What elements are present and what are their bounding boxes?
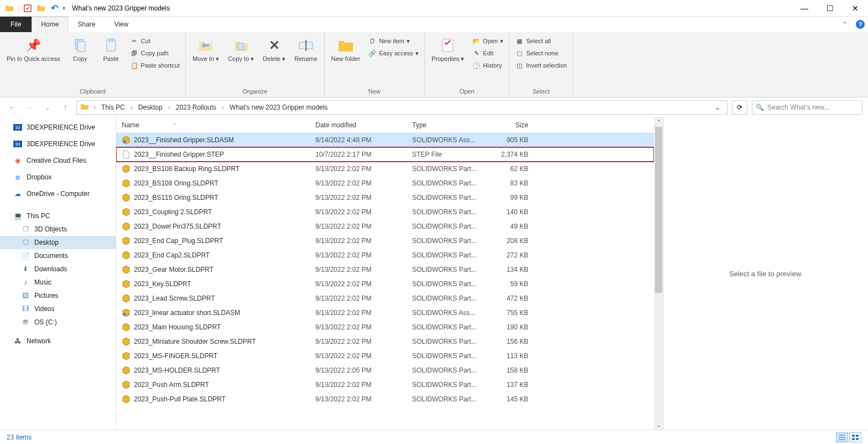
file-list[interactable]: Name⌃ Date modified Type Size 2023__Fini… [116, 117, 654, 430]
paste-shortcut-button[interactable]: 📋Paste shortcut [128, 60, 182, 71]
file-row[interactable]: 2023_Gear Motor.SLDPRT 9/13/2022 2:02 PM… [116, 262, 654, 277]
up-button[interactable]: ↑ [59, 101, 72, 114]
chevron-right-icon[interactable]: › [166, 104, 173, 111]
breadcrumb-item[interactable]: 2023 Rollouts [175, 104, 217, 111]
file-row[interactable]: 2023_Miniature Shoulder Screw.SLDPRT 9/1… [116, 334, 654, 349]
navitem[interactable]: 3D3DEXPERIENCE Drive [0, 121, 116, 134]
copy-button[interactable]: Copy [66, 34, 95, 65]
large-icons-view-button[interactable] [849, 432, 861, 442]
easy-access-button[interactable]: 🔗Easy access ▾ [366, 48, 421, 59]
breadcrumb-item[interactable]: What's new 2023 Gripper models [228, 104, 329, 111]
move-to-button[interactable]: Move to ▾ [189, 34, 222, 65]
close-button[interactable]: ✕ [843, 0, 868, 17]
maximize-button[interactable]: ☐ [817, 0, 843, 17]
file-row[interactable]: 2023_Lead Screw.SLDPRT 9/13/2022 2:02 PM… [116, 291, 654, 306]
file-row[interactable]: 2023_Main Housing.SLDPRT 9/13/2022 2:02 … [116, 320, 654, 334]
navitem-videos[interactable]: 🎞Videos [0, 302, 116, 316]
column-name[interactable]: Name⌃ [116, 121, 310, 129]
ribbon-collapse-icon[interactable]: ⌃ [837, 17, 853, 32]
file-name: 2023_Miniature Shoulder Screw.SLDPRT [134, 338, 256, 345]
file-size: 145 KB [490, 395, 539, 403]
file-row[interactable]: 2023_BS115 Oring.SLDPRT 9/13/2022 2:02 P… [116, 190, 654, 205]
file-row[interactable]: 2023_BS108 Oring.SLDPRT 9/13/2022 2:02 P… [116, 176, 654, 190]
file-name: 2023_MS-FINGER.SLDPRT [134, 352, 217, 360]
properties-icon[interactable] [23, 3, 33, 13]
minimize-button[interactable]: — [792, 0, 817, 17]
file-row[interactable]: 2023_End Cap_Plug.SLDPRT 9/13/2022 2:02 … [116, 234, 654, 248]
chevron-right-icon[interactable]: › [128, 104, 135, 111]
breadcrumb-item[interactable]: Desktop [137, 104, 164, 111]
edit-button[interactable]: ✎Edit [470, 48, 506, 59]
tab-view[interactable]: View [105, 17, 138, 32]
copy-to-button[interactable]: Copy to ▾ [225, 34, 257, 65]
scroll-up-button[interactable]: ⌃ [654, 117, 663, 127]
navitem-documents[interactable]: 📄Documents [0, 249, 116, 262]
tab-share[interactable]: Share [68, 17, 105, 32]
undo-icon[interactable]: ↶ [49, 3, 59, 13]
open-button[interactable]: 📂Open ▾ [470, 35, 506, 47]
navitem-3d-objects[interactable]: ❐3D Objects [0, 223, 116, 236]
file-row[interactable]: 2023_Push-Pull Plate.SLDPRT 9/13/2022 2:… [116, 392, 654, 406]
navitem-downloads[interactable]: ⬇Downloads [0, 262, 116, 276]
file-row[interactable]: 2023_MS-FINGER.SLDPRT 9/13/2022 2:02 PM … [116, 349, 654, 363]
qat-dropdown-icon[interactable]: ▾ [63, 5, 65, 11]
column-type[interactable]: Type [407, 121, 490, 129]
navitem-this-pc[interactable]: 💻This PC [0, 209, 116, 223]
properties-button[interactable]: Properties ▾ [428, 34, 467, 65]
scrollbar[interactable]: ⌃ ⌄ [654, 117, 663, 430]
new-item-button[interactable]: 🗋New item ▾ [366, 35, 421, 47]
scroll-down-button[interactable]: ⌄ [654, 420, 663, 430]
file-row[interactable]: 2023__Finished Gripper.SLDASM 9/14/2022 … [116, 133, 654, 147]
paste-button[interactable]: Paste [97, 34, 126, 65]
file-row[interactable]: 2023_BS108 Backup Ring.SLDPRT 9/13/2022 … [116, 162, 654, 176]
file-size: 472 KB [490, 295, 539, 302]
new-folder-button[interactable]: New folder [328, 34, 364, 65]
file-row[interactable]: 2023_Dowel Pin375.SLDPRT 9/13/2022 2:02 … [116, 219, 654, 234]
pin-to-quick-access-button[interactable]: 📌 Pin to Quick access [3, 34, 64, 65]
history-button[interactable]: 🕑History [470, 60, 506, 71]
tab-home[interactable]: Home [32, 17, 68, 32]
file-row[interactable]: 2023_Coupling 2.SLDPRT 9/13/2022 2:02 PM… [116, 205, 654, 219]
copy-path-button[interactable]: 🗐Copy path [128, 48, 182, 59]
folder-icon[interactable] [36, 3, 46, 13]
navigation-pane[interactable]: 3D3DEXPERIENCE Drive3D3DEXPERIENCE Drive… [0, 117, 116, 430]
navitem-music[interactable]: ♪Music [0, 276, 116, 289]
navitem[interactable]: 3D3DEXPERIENCE Drive [0, 137, 116, 151]
column-size[interactable]: Size [490, 121, 539, 129]
select-all-button[interactable]: ▦Select all [513, 35, 569, 47]
navitem[interactable]: ⧈Dropbox [0, 171, 116, 184]
navitem-network[interactable]: 🖧Network [0, 334, 116, 348]
help-button[interactable]: ? [853, 17, 868, 32]
file-row[interactable]: 2023_MS-HOLDER.SLDPRT 9/13/2022 2:05 PM … [116, 363, 654, 378]
select-none-button[interactable]: ▢Select none [513, 48, 569, 59]
navitem-desktop[interactable]: 🖵Desktop [0, 236, 116, 249]
file-row[interactable]: 2023_End Cap2.SLDPRT 9/13/2022 2:02 PM S… [116, 248, 654, 262]
chevron-right-icon[interactable]: › [91, 104, 98, 111]
address-dropdown-icon[interactable]: ⌄ [711, 104, 724, 111]
scroll-thumb[interactable] [655, 127, 662, 293]
part-icon [122, 193, 131, 202]
rename-button[interactable]: Rename [291, 34, 321, 65]
details-view-button[interactable] [836, 432, 848, 442]
tab-file[interactable]: File [0, 17, 32, 32]
cut-button[interactable]: ✂Cut [128, 35, 182, 47]
chevron-right-icon[interactable]: › [220, 104, 226, 111]
refresh-button[interactable]: ⟳ [732, 100, 747, 115]
column-date[interactable]: Date modified [310, 121, 407, 129]
invert-selection-button[interactable]: ◫Invert selection [513, 60, 569, 71]
navitem-pictures[interactable]: 🖼Pictures [0, 289, 116, 302]
navitem[interactable]: ☁OneDrive - Computer [0, 187, 116, 200]
forward-button[interactable]: → [23, 101, 37, 114]
file-row[interactable]: 2023_Push Arm.SLDPRT 9/13/2022 2:02 PM S… [116, 378, 654, 392]
breadcrumb-item[interactable]: This PC [100, 104, 126, 111]
file-row[interactable]: 2023_Key.SLDPRT 9/13/2022 2:02 PM SOLIDW… [116, 277, 654, 291]
address-bar[interactable]: › This PC › Desktop › 2023 Rollouts › Wh… [76, 100, 727, 115]
recent-locations-button[interactable]: ⌄ [41, 101, 54, 114]
file-row[interactable]: 2023_linear actuator short.SLDASM 9/13/2… [116, 306, 654, 320]
back-button[interactable]: ← [6, 101, 19, 114]
search-input[interactable]: 🔍 Search What's new... [752, 100, 862, 115]
delete-button[interactable]: ✕ Delete ▾ [259, 34, 289, 65]
navitem-os-c-[interactable]: ⛃OS (C:) [0, 316, 116, 329]
navitem[interactable]: ◉Creative Cloud Files [0, 154, 116, 167]
file-row[interactable]: 2023__Finished Gripper.STEP 10/7/2022 2:… [116, 147, 654, 162]
